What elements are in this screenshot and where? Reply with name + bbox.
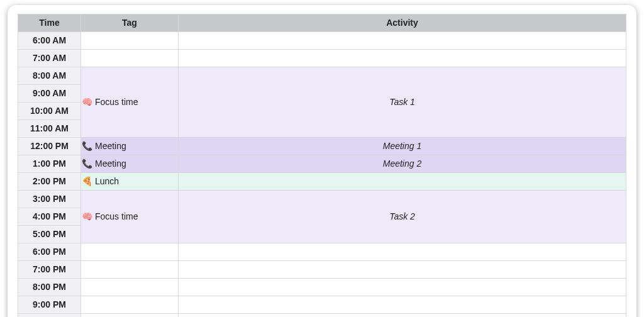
time-cell: 6:00 PM [18, 243, 81, 261]
time-cell: 9:00 AM [18, 85, 81, 103]
time-cell: 8:00 AM [18, 67, 81, 85]
table-row: 12:00 PM 📞Meeting Meeting 1 [18, 138, 626, 155]
time-cell: 6:00 AM [18, 32, 81, 50]
schedule-table: Time Tag Activity 6:00 AM 7:00 AM 8:00 A… [18, 14, 626, 317]
tag-label: Focus time [95, 211, 138, 221]
tag-cell [81, 314, 179, 318]
tag-cell-focus: 🧠Focus time [81, 191, 179, 243]
time-cell: 10:00 PM [18, 314, 81, 318]
activity-cell-task1: Task 1 [179, 67, 626, 138]
activity-cell [179, 279, 626, 296]
time-cell: 11:00 AM [18, 120, 81, 138]
tag-cell-focus: 🧠Focus time [81, 67, 179, 138]
pizza-icon: 🍕 [81, 173, 92, 190]
activity-cell [179, 243, 626, 261]
tag-cell [81, 296, 179, 314]
activity-cell-task2: Task 2 [179, 191, 626, 243]
header-row: Time Tag Activity [18, 14, 626, 32]
activity-cell-lunch [179, 173, 626, 191]
table-row: 6:00 AM [18, 32, 626, 50]
header-time: Time [18, 14, 81, 32]
time-cell: 9:00 PM [18, 296, 81, 314]
table-row: 6:00 PM [18, 243, 626, 261]
header-tag: Tag [81, 14, 179, 32]
table-row: 7:00 PM [18, 261, 626, 279]
time-cell: 8:00 PM [18, 279, 81, 296]
table-row: 8:00 PM [18, 279, 626, 296]
table-row: 3:00 PM 🧠Focus time Task 2 [18, 191, 626, 208]
table-row: 1:00 PM 📞Meeting Meeting 2 [18, 155, 626, 173]
tag-label: Lunch [95, 176, 119, 186]
time-cell: 2:00 PM [18, 173, 81, 191]
table-row: 8:00 AM 🧠Focus time Task 1 [18, 67, 626, 85]
header-activity: Activity [179, 14, 626, 32]
time-cell: 4:00 PM [18, 208, 81, 226]
tag-cell-meeting: 📞Meeting [81, 138, 179, 155]
activity-cell [179, 314, 626, 318]
tag-cell-lunch: 🍕Lunch [81, 173, 179, 191]
tag-cell [81, 50, 179, 67]
tag-label: Meeting [95, 141, 126, 151]
activity-cell [179, 261, 626, 279]
tag-cell [81, 261, 179, 279]
table-row: 7:00 AM [18, 50, 626, 67]
phone-icon: 📞 [81, 138, 92, 155]
table-row: 2:00 PM 🍕Lunch [18, 173, 626, 191]
activity-cell [179, 50, 626, 67]
time-cell: 7:00 PM [18, 261, 81, 279]
tag-label: Meeting [95, 158, 126, 169]
time-cell: 1:00 PM [18, 155, 81, 173]
time-cell: 7:00 AM [18, 50, 81, 67]
table-row: 10:00 PM [18, 314, 626, 318]
time-cell: 12:00 PM [18, 138, 81, 155]
brain-icon: 🧠 [81, 94, 92, 111]
activity-cell-meeting1: Meeting 1 [179, 138, 626, 155]
table-row: 9:00 PM [18, 296, 626, 314]
brain-icon: 🧠 [81, 208, 92, 225]
activity-cell-meeting2: Meeting 2 [179, 155, 626, 173]
schedule-card: Time Tag Activity 6:00 AM 7:00 AM 8:00 A… [8, 5, 636, 317]
tag-label: Focus time [95, 97, 138, 107]
phone-icon: 📞 [81, 155, 92, 172]
activity-cell [179, 32, 626, 50]
tag-cell-meeting: 📞Meeting [81, 155, 179, 173]
time-cell: 3:00 PM [18, 191, 81, 208]
activity-cell [179, 296, 626, 314]
tag-cell [81, 243, 179, 261]
time-cell: 10:00 AM [18, 103, 81, 120]
tag-cell [81, 32, 179, 50]
time-cell: 5:00 PM [18, 226, 81, 243]
tag-cell [81, 279, 179, 296]
